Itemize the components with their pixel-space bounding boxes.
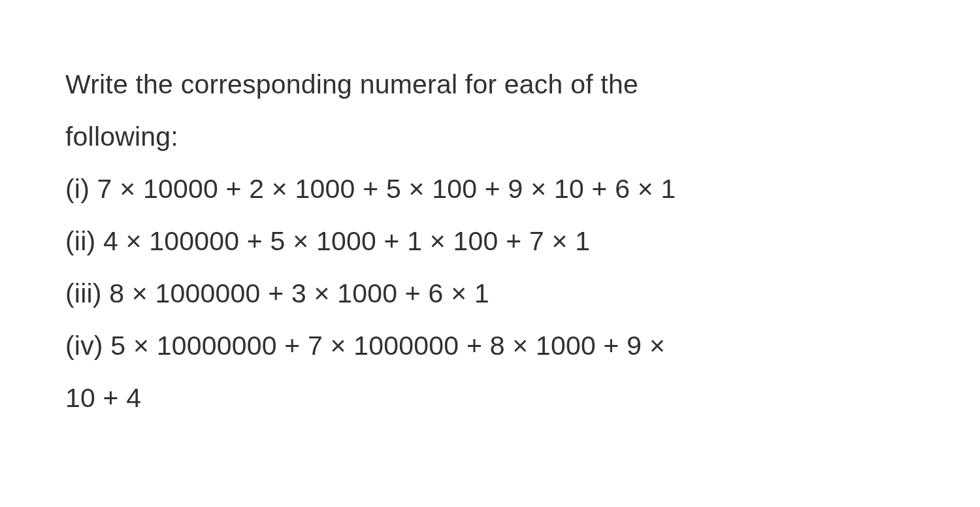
question-block: Write the corresponding numeral for each… <box>0 0 980 425</box>
item-4-line-2: 10 + 4 <box>65 372 915 425</box>
item-4-line-1: (iv) 5 × 10000000 + 7 × 1000000 + 8 × 10… <box>65 320 915 372</box>
item-1: (i) 7 × 10000 + 2 × 1000 + 5 × 100 + 9 ×… <box>65 163 915 216</box>
item-3: (iii) 8 × 1000000 + 3 × 1000 + 6 × 1 <box>65 268 915 320</box>
heading-line-2: following: <box>65 111 915 163</box>
heading-line-1: Write the corresponding numeral for each… <box>65 59 915 111</box>
item-2: (ii) 4 × 100000 + 5 × 1000 + 1 × 100 + 7… <box>65 216 915 268</box>
